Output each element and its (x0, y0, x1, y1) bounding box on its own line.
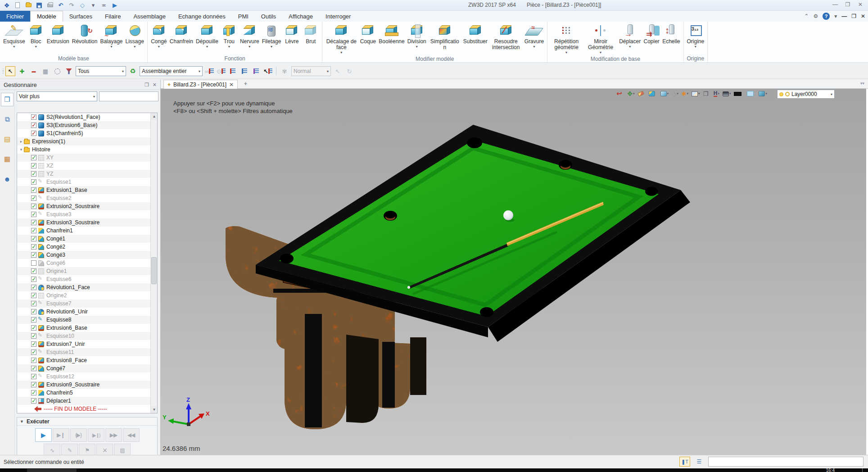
visibility-checkbox[interactable] (31, 325, 36, 331)
panel-restore-icon[interactable]: ❐ (145, 82, 149, 88)
quick-access-button[interactable] (46, 2, 54, 9)
ribbon-button[interactable]: Lissage ▾ (124, 23, 145, 50)
ribbon-button[interactable]: Lèvre ▾ (282, 23, 301, 50)
visibility-checkbox[interactable] (31, 349, 36, 355)
ribbon-button[interactable]: Miroir Géométrie ▾ (583, 23, 618, 55)
ribbon-button[interactable]: Gravure ▾ (523, 23, 545, 50)
ribbon-button[interactable]: Chanfrein ▾ (168, 23, 194, 50)
visibility-checkbox[interactable] (31, 220, 36, 225)
menu-item[interactable]: Outils (255, 11, 282, 22)
panel-close-icon[interactable]: ✕ (153, 82, 157, 88)
visibility-checkbox[interactable] (31, 301, 36, 306)
viewport-tool-button[interactable]: ▾ (660, 91, 669, 96)
viewport-tool-button[interactable]: ▾ (723, 91, 731, 96)
tree-search-input[interactable] (99, 91, 158, 101)
visibility-checkbox[interactable] (31, 204, 36, 209)
quick-access-button[interactable] (89, 2, 97, 9)
toolbar-grip[interactable]: ⋮⋮ (1, 69, 4, 73)
visibility-checkbox[interactable] (31, 228, 36, 233)
snap-icon[interactable] (280, 66, 289, 76)
menu-item[interactable]: Modèle (30, 11, 63, 22)
doc-restore-icon[interactable]: ❐ (851, 13, 856, 19)
viewport-tool-button[interactable]: ▾ (649, 91, 657, 96)
tree-row[interactable]: Extrusion8_Face (17, 356, 150, 364)
layer-combo[interactable]: Layer0000 ▾ (777, 90, 835, 99)
ribbon-button[interactable]: Filetage ▾ (261, 23, 283, 50)
doc-minimize-icon[interactable]: — (841, 13, 847, 19)
selection-option-button[interactable] (204, 66, 214, 76)
windows-taskbar[interactable]: 16:4 (0, 468, 868, 472)
menu-item[interactable]: Surfaces (63, 11, 99, 22)
tree-row[interactable]: Extrusion7_Unir (17, 340, 150, 348)
execute-header[interactable]: ▼ Exécuter (17, 418, 157, 426)
ribbon-button[interactable]: Coque ▾ (358, 23, 377, 50)
ribbon-button[interactable]: Brut ▾ (301, 23, 320, 50)
status-input[interactable] (708, 457, 863, 467)
ribbon-button[interactable]: Resoudre intersection ▾ (489, 23, 523, 55)
visibility-checkbox[interactable] (31, 341, 36, 347)
ribbon-button[interactable]: Echelle ▾ (661, 23, 681, 50)
tree-row[interactable]: XY (17, 154, 150, 162)
tree-row[interactable]: YZ (17, 170, 150, 178)
close-button[interactable]: ✕ (856, 1, 864, 8)
visibility-checkbox[interactable] (31, 171, 36, 177)
quick-access-button[interactable] (24, 2, 32, 9)
help-menu-arrow-icon[interactable]: ▾ (834, 13, 837, 19)
tree-row[interactable]: Esquisse11 (17, 348, 150, 356)
tree-row[interactable]: Origine1 (17, 267, 150, 275)
visibility-checkbox[interactable] (31, 309, 36, 314)
snap-mode-combo[interactable]: Normal▾ (291, 66, 331, 76)
ribbon-button[interactable]: Balayage ▾ (99, 23, 124, 50)
minimize-button[interactable]: — (831, 1, 839, 8)
restore-button[interactable]: ❐ (844, 1, 852, 8)
expand-arrow-icon[interactable]: ▸ (18, 139, 24, 144)
visibility-checkbox[interactable] (31, 212, 36, 217)
settings-gear-icon[interactable]: ⚙ (813, 13, 818, 19)
ribbon-button[interactable]: Extrusion ▾ (45, 23, 71, 50)
visibility-checkbox[interactable] (31, 252, 36, 258)
tree-row[interactable]: S2(Révolution1_Face) (17, 113, 150, 121)
visibility-checkbox[interactable] (31, 195, 36, 201)
visibility-checkbox[interactable] (31, 131, 36, 136)
tree-row[interactable]: Congé7 (17, 364, 150, 372)
ribbon-button[interactable]: Révolution ▾ (71, 23, 99, 50)
document-tab[interactable]: + Billard.Z3 - [Pièce001] ✕ (163, 80, 238, 89)
tree-row[interactable]: Esquisse12 (17, 372, 150, 381)
menu-item[interactable]: Affichage (282, 11, 319, 22)
ribbon-button[interactable]: Congé ▾ (149, 23, 168, 50)
ribbon-button[interactable]: Répétition géométrie ▾ (549, 23, 583, 55)
ribbon-button[interactable]: Origine ▾ (686, 23, 706, 50)
help-icon[interactable]: ? (823, 13, 830, 20)
tree-row[interactable]: Extrusion6_Base (17, 324, 150, 332)
visibility-checkbox[interactable] (31, 163, 36, 168)
manager-tab[interactable] (1, 172, 14, 186)
tree-row[interactable]: Congé6 (17, 259, 150, 267)
selection-option-button[interactable] (263, 66, 273, 76)
tree-row[interactable]: Esquisse3 (17, 210, 150, 218)
visibility-checkbox[interactable] (31, 358, 36, 363)
pick-option-button[interactable] (333, 66, 343, 76)
status-panel-toggle[interactable] (679, 457, 690, 467)
selection-tool-button[interactable] (41, 66, 50, 76)
visibility-checkbox[interactable] (31, 317, 36, 322)
quick-access-button[interactable] (3, 2, 11, 9)
visibility-checkbox[interactable] (31, 260, 36, 266)
ribbon-button[interactable]: Division ▾ (406, 23, 428, 50)
tree-row[interactable]: Origine2 (17, 291, 150, 300)
viewport-tool-button[interactable]: ▾ (616, 90, 624, 98)
quick-access-button[interactable] (100, 2, 108, 9)
visibility-checkbox[interactable] (31, 382, 36, 387)
selection-option-button[interactable] (240, 66, 249, 76)
tab-close-icon[interactable]: ✕ (229, 82, 234, 88)
tab-overflow-icon[interactable]: ▾▾ (860, 81, 864, 86)
menu-item[interactable]: Fichier (0, 11, 30, 22)
tree-row[interactable]: Extrusion2_Soustraire (17, 202, 150, 210)
ribbon-button[interactable]: Bloc ▾ (27, 23, 45, 50)
menu-item[interactable]: PMI (232, 11, 255, 22)
status-panel-toggle[interactable] (694, 457, 705, 467)
doc-close-icon[interactable]: ✕ (861, 13, 865, 19)
tree-row[interactable]: S1(Chanfrein5) (17, 129, 150, 137)
manager-tab[interactable] (1, 113, 14, 126)
viewport-tool-button[interactable]: ▾ (672, 91, 678, 97)
menu-item[interactable]: Assemblage (127, 11, 172, 22)
